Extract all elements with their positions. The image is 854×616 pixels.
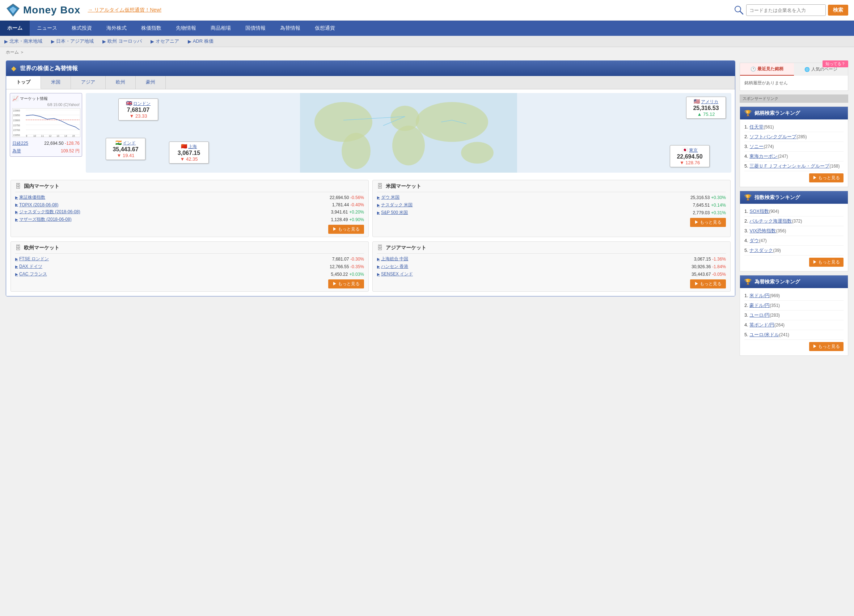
recently-viewed-tab[interactable]: 🕐 最近見た銘柄 xyxy=(740,63,794,76)
europe-row-2: ▶ DAX ドイツ 12,766.55 -0.35% xyxy=(15,264,364,270)
sub-nav-japanasia[interactable]: ▶ 日本・アジア地域 xyxy=(51,38,94,44)
fx-rank-5-link[interactable]: ユーロ/米ドル xyxy=(749,332,779,337)
svg-text:12: 12 xyxy=(49,135,52,137)
london-link[interactable]: ロンドン xyxy=(133,101,151,106)
nav-item-crypto[interactable]: 仮想通貨 xyxy=(308,21,342,36)
stock-rank-5-link[interactable]: 三菱ＵＦＪフィナンシャル・グループ xyxy=(749,163,830,169)
sub-nav-europe[interactable]: ▶ 欧州 ヨーロッパ xyxy=(102,38,142,44)
topix-link[interactable]: ▶ TOPIX (2018-06-08) xyxy=(15,202,59,207)
tokyo-price: 22,694.50 xyxy=(673,154,706,160)
tokyo-link[interactable]: 東京 xyxy=(689,148,698,153)
world-tab-europe[interactable]: 欧州 xyxy=(106,76,136,89)
nav-item-news[interactable]: ニュース xyxy=(30,21,64,36)
index-rank-2-link[interactable]: バルチック海運指数 xyxy=(749,218,792,224)
world-tab-top[interactable]: トップ xyxy=(6,76,41,89)
index-rank-4-link[interactable]: ダウ xyxy=(749,238,759,243)
search-button[interactable]: 検索 xyxy=(828,5,848,15)
us-more-button[interactable]: ▶ もっと見る xyxy=(690,218,726,227)
india-link[interactable]: インド xyxy=(123,140,136,145)
dax-link[interactable]: ▶ DAX ドイツ xyxy=(15,264,42,270)
stock-rank-4-link[interactable]: 東海カーボン xyxy=(749,154,778,159)
asia-more-button[interactable]: ▶ もっと見る xyxy=(690,279,726,288)
hangseng-link[interactable]: ▶ ハンセン 香港 xyxy=(377,264,408,270)
nav-item-stocks[interactable]: 株式投資 xyxy=(64,21,99,36)
stock-ranking-more-button[interactable]: ▶ もっと見る xyxy=(809,173,843,182)
nav-item-bonds[interactable]: 国債情報 xyxy=(238,21,273,36)
sub-nav-adr[interactable]: ▶ ADR 株価 xyxy=(188,38,214,44)
left-column: ◆ 世界の株価と為替情報 トップ 米国 アジア 欧州 豪州 📈 xyxy=(6,61,735,359)
fx-rank-1-link[interactable]: 米ドル/円 xyxy=(749,293,770,298)
fx-rank-3: 3. ユーロ/円(283) xyxy=(744,311,843,320)
us-market-box: 🗄 米国マーケット ▶ ダウ 米国 25,316.53 +0.30% ▶ ナスダ… xyxy=(372,180,730,237)
shiru-badge[interactable]: 知ってる？ xyxy=(822,61,848,67)
shanghai-card: 🇨🇳 上海 3,067.15 ▼ 42.35 xyxy=(169,142,209,163)
asia-row-1: ▶ 上海総合 中国 3,067.15 -1.36% xyxy=(377,256,726,262)
fx-rank-3-link[interactable]: ユーロ/円 xyxy=(749,313,770,318)
ftse-link[interactable]: ▶ FTSE ロンドン xyxy=(15,256,49,262)
domestic-more-button[interactable]: ▶ もっと見る xyxy=(328,225,364,234)
sub-nav-northamerica[interactable]: ▶ 北米・南米地域 xyxy=(5,38,42,44)
dow-link[interactable]: ▶ ダウ 米国 xyxy=(377,194,400,201)
stock-rank-3-link[interactable]: ソニー xyxy=(749,144,764,149)
sponsor-label: スポンサードリンク xyxy=(740,95,848,103)
shanghai-total-link[interactable]: ▶ 上海総合 中国 xyxy=(377,256,408,262)
sensex-link[interactable]: ▶ SENSEX インド xyxy=(377,271,413,277)
stock-rank-2-link[interactable]: ソフトバンクグループ xyxy=(749,134,796,139)
index-rank-3-link[interactable]: VIX恐怖指数 xyxy=(749,228,776,233)
nikkei-value: 22,694.50 xyxy=(44,141,63,146)
index-ranking-header: 🏆 指数検索ランキング xyxy=(740,191,848,204)
recently-empty-text: 銘柄履歴がありません xyxy=(744,80,788,85)
world-market-icon: ◆ xyxy=(11,64,16,72)
cac-link[interactable]: ▶ CAC フランス xyxy=(15,271,47,277)
fx-rank-4-link[interactable]: 英ポンド/円 xyxy=(749,322,775,328)
search-input[interactable] xyxy=(746,5,826,16)
stock-ranking-body: 1. 任天堂(561) 2. ソフトバンクグループ(285) 3. ソニー(27… xyxy=(740,119,848,187)
index-rank-4: 4. ダウ(47) xyxy=(744,236,843,246)
tse-link[interactable]: ▶ 東証株価指数 xyxy=(15,194,45,201)
index-rank-1-link[interactable]: SOX指数 xyxy=(749,209,769,214)
index-ranking-body: 1. SOX指数(904) 2. バルチック海運指数(372) 3. VIX恐怖… xyxy=(740,204,848,271)
nav-item-forex[interactable]: 為替情報 xyxy=(273,21,308,36)
jasdaq-link[interactable]: ▶ ジャスダック指数 (2018-06-08) xyxy=(15,209,80,215)
nav-item-home[interactable]: ホーム xyxy=(0,21,30,36)
world-tab-asia[interactable]: アジア xyxy=(71,76,106,89)
svg-text:22650: 22650 xyxy=(13,134,20,136)
domestic-row-2: ▶ TOPIX (2018-06-08) 1,781.44 -0.40% xyxy=(15,202,364,207)
fx-row: 為替 109.52 円 xyxy=(12,148,79,154)
nav-item-index[interactable]: 株価指数 xyxy=(134,21,169,36)
world-tab-australia[interactable]: 豪州 xyxy=(136,76,166,89)
index-rank-5-link[interactable]: ナスダック xyxy=(749,247,773,253)
us-row-2: ▶ ナスダック 米国 7,645.51 +0.14% xyxy=(377,202,726,208)
index-ranking-more-button[interactable]: ▶ もっと見る xyxy=(809,258,843,267)
fx-rank-2-link[interactable]: 豪ドル/円 xyxy=(749,303,770,308)
nasdaq-link[interactable]: ▶ ナスダック 米国 xyxy=(377,202,413,208)
svg-point-29 xyxy=(392,126,425,165)
nav-item-futures[interactable]: 先物情報 xyxy=(169,21,203,36)
stock-ranking-header: 🏆 銘柄検索ランキング xyxy=(740,107,848,119)
stock-rank-1-link[interactable]: 任天堂 xyxy=(749,124,764,130)
main-layout: ◆ 世界の株価と為替情報 トップ 米国 アジア 欧州 豪州 📈 xyxy=(0,58,854,362)
fx-ranking-section: 🏆 為替検索ランキング 1. 米ドル/円(969) 2. 豪ドル/円(351) … xyxy=(740,275,848,356)
nikkei-link[interactable]: 日経225 xyxy=(12,140,28,146)
europe-row-3: ▶ CAC フランス 5,450.22 +0.03% xyxy=(15,271,364,277)
europe-market-box: 🗄 欧州マーケット ▶ FTSE ロンドン 7,681.07 -0.30% ▶ … xyxy=(11,241,369,292)
nav-item-overseas[interactable]: 海外株式 xyxy=(99,21,134,36)
mothers-link[interactable]: ▶ マザーズ指数 (2018-06-08) xyxy=(15,217,72,223)
sub-nav-oceania[interactable]: ▶ オセアニア xyxy=(151,38,179,44)
fx-ranking-more-button[interactable]: ▶ もっと見る xyxy=(809,342,843,351)
world-tab-us[interactable]: 米国 xyxy=(41,76,71,89)
nav-item-commodities[interactable]: 商品相場 xyxy=(203,21,238,36)
india-change: ▼ 19.41 xyxy=(109,153,142,158)
fx-link[interactable]: 為替 xyxy=(12,148,21,154)
shanghai-link[interactable]: 上海 xyxy=(188,144,197,149)
sponsor-section: スポンサードリンク xyxy=(740,95,848,103)
sp500-link[interactable]: ▶ S&P 500 米国 xyxy=(377,210,408,216)
stock-rank-5: 5. 三菱ＵＦＪフィナンシャル・グループ(168) xyxy=(744,162,843,171)
europe-more-button[interactable]: ▶ もっと見る xyxy=(328,279,364,288)
asia-header: 🗄 アジアマーケット xyxy=(377,245,726,254)
promo-link[interactable]: → リアルタイム仮想通貨！New! xyxy=(88,7,727,14)
svg-text:11: 11 xyxy=(41,135,44,137)
asia-row-2: ▶ ハンセン 香港 30,926.36 -1.84% xyxy=(377,264,726,270)
svg-text:22800: 22800 xyxy=(13,119,20,122)
america-link[interactable]: アメリカ xyxy=(701,99,718,104)
